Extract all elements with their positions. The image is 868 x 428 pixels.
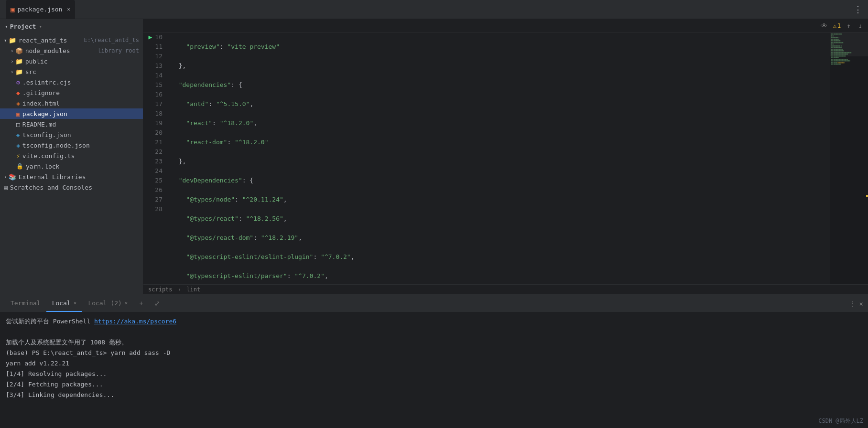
- warning-count: 1: [837, 22, 841, 29]
- line-num-23: 23: [146, 157, 163, 166]
- bottom-panel: Terminal Local × Local (2) × + ⤢ ⋮ × 尝试新…: [0, 294, 868, 428]
- code-line-12: "dependencies": {: [171, 80, 824, 90]
- sidebar-header[interactable]: ▾ Project ▾: [0, 19, 143, 34]
- sidebar: ▾ Project ▾ ▾ 📁 react_antd_ts E:\react_a…: [0, 19, 143, 294]
- code-line-21: "@typescript-eslint/eslint-plugin": "^7.…: [171, 252, 824, 262]
- folder-arrow-icon: ▾: [4, 37, 7, 43]
- breadcrumb: scripts › lint: [143, 284, 868, 294]
- folder-label: react_antd_ts: [19, 37, 82, 44]
- powershell-link[interactable]: https://aka.ms/pscore6: [94, 318, 176, 325]
- nav-up-button[interactable]: ↑: [845, 21, 852, 31]
- tab-label: package.json: [17, 6, 62, 13]
- terminal-command: yarn add sass -D: [110, 349, 170, 356]
- packagejson-label: package.json: [22, 110, 139, 118]
- sidebar-item-node-modules[interactable]: › 📦 node_modules library root: [0, 45, 143, 56]
- indexhtml-label: index.html: [22, 100, 139, 107]
- eye-icon-button[interactable]: 👁: [819, 21, 829, 31]
- sidebar-title: Project: [10, 23, 36, 30]
- editor-area: 👁 ⚠ 1 ↑ ↓ ▶ 10 11 12 13 14 15: [143, 19, 868, 294]
- breadcrumb-scripts[interactable]: scripts: [148, 286, 173, 293]
- indexhtml-icon: ◈: [16, 100, 20, 107]
- local-tab-label: Local: [52, 300, 71, 307]
- sidebar-dropdown-icon[interactable]: ▾: [39, 23, 42, 30]
- tab-close-button[interactable]: ×: [67, 6, 70, 12]
- ext-libs-icon: 📚: [9, 173, 16, 181]
- sidebar-item-readme[interactable]: □ README.md: [0, 119, 143, 129]
- sidebar-item-scratches[interactable]: ▤ Scratches and Consoles: [0, 182, 143, 193]
- editor-tab-package-json[interactable]: ▣ package.json ×: [6, 0, 75, 19]
- tab-terminal[interactable]: Terminal: [5, 295, 46, 312]
- code-line-22: "@typescript-eslint/parser": "^7.0.2",: [171, 271, 824, 281]
- sidebar-item-src[interactable]: › 📁 src: [0, 66, 143, 77]
- local-tab-close[interactable]: ×: [74, 300, 77, 306]
- editor-content: ▶ 10 11 12 13 14 15 16 17 18 19 20 21 22…: [143, 32, 868, 284]
- breadcrumb-lint[interactable]: lint: [186, 286, 200, 293]
- terminal-line-cmd: (base) PS E:\react_antd_ts> yarn add sas…: [6, 348, 862, 358]
- terminal-line-yarn-version: yarn add v1.22.21: [6, 358, 862, 369]
- node-modules-icon: 📦: [15, 47, 23, 54]
- tsconfig-node-label: tsconfig.node.json: [22, 142, 139, 149]
- code-line-19: "@types/react": "^18.2.56",: [171, 214, 824, 224]
- bottom-tabs: Terminal Local × Local (2) × + ⤢ ⋮ ×: [0, 295, 868, 312]
- terminal-line-step2: [2/4] Fetching packages...: [6, 379, 862, 390]
- sidebar-item-vite-config[interactable]: ⚡ vite.config.ts: [0, 150, 143, 161]
- code-editor[interactable]: "preview": "vite preview" }, "dependenci…: [165, 32, 830, 284]
- sidebar-item-external-libraries[interactable]: › 📚 External Libraries: [0, 171, 143, 182]
- terminal-actions: ⋮ ×: [849, 300, 863, 308]
- warning-icon: ⚠: [833, 22, 836, 29]
- sidebar-item-yarnlock[interactable]: 🔒 yarn.lock: [0, 161, 143, 171]
- line-num-25: 25: [146, 176, 163, 185]
- tab-local[interactable]: Local ×: [46, 295, 83, 312]
- yarnlock-icon: 🔒: [16, 163, 23, 170]
- sidebar-item-eslintrc[interactable]: ⚙ .eslintrc.cjs: [0, 77, 143, 87]
- scratches-label: Scratches and Consoles: [10, 184, 139, 191]
- line-num-19: 19: [146, 118, 163, 128]
- code-line-13: "antd": "^5.15.0",: [171, 99, 824, 109]
- terminal-line-step1: [1/4] Resolving packages...: [6, 369, 862, 379]
- packagejson-icon: ▣: [16, 110, 20, 118]
- top-bar-menu-button[interactable]: ⋮: [854, 4, 862, 14]
- folder-sublabel: E:\react_antd_ts: [84, 37, 139, 43]
- sidebar-item-react-antd-ts[interactable]: ▾ 📁 react_antd_ts E:\react_antd_ts: [0, 35, 143, 45]
- expand-terminal-button[interactable]: ⤢: [149, 295, 166, 312]
- tsconfig-node-icon: ◈: [16, 142, 20, 149]
- yarnlock-label: yarn.lock: [26, 163, 139, 170]
- terminal-prompt: (base) PS E:\react_antd_ts>: [6, 349, 110, 356]
- nav-down-button[interactable]: ↓: [857, 21, 864, 31]
- ext-libs-label: External Libraries: [19, 173, 139, 181]
- line-num-18: 18: [146, 109, 163, 118]
- terminal-close-button[interactable]: ×: [859, 300, 863, 308]
- sidebar-item-public[interactable]: › 📁 public: [0, 56, 143, 66]
- terminal-menu-button[interactable]: ⋮: [849, 300, 856, 308]
- watermark-text: CSDN @局外人LZ: [818, 417, 863, 424]
- line-num-22: 22: [146, 147, 163, 157]
- minimap[interactable]: ████ ████████ █████ ██ █ ████████████ █ …: [830, 32, 868, 284]
- sidebar-item-tsconfig[interactable]: ◈ tsconfig.json: [0, 129, 143, 140]
- src-arrow-icon: ›: [11, 69, 14, 75]
- add-terminal-button[interactable]: +: [133, 295, 149, 312]
- tsconfig-icon: ◈: [16, 131, 20, 139]
- node-modules-sublabel: library root: [98, 47, 139, 54]
- readme-icon: □: [16, 121, 20, 128]
- code-line-10: "preview": "vite preview": [171, 42, 824, 52]
- terminal-line-load: 加载个人及系统配置文件用了 1008 毫秒。: [6, 337, 862, 348]
- local2-tab-label: Local (2): [88, 300, 121, 307]
- scratches-icon: ▤: [4, 184, 8, 191]
- sidebar-item-packagejson[interactable]: ▣ package.json: [0, 108, 143, 119]
- code-line-18: "@types/node": "^20.11.24",: [171, 195, 824, 204]
- breadcrumb-sep: ›: [178, 286, 181, 293]
- sidebar-item-tsconfig-node[interactable]: ◈ tsconfig.node.json: [0, 140, 143, 150]
- local2-tab-close[interactable]: ×: [125, 300, 128, 306]
- terminal-content[interactable]: 尝试新的跨平台 PowerShell https://aka.ms/pscore…: [0, 312, 868, 428]
- node-modules-label: node_modules: [25, 47, 96, 54]
- sidebar-item-gitignore[interactable]: ◆ .gitignore: [0, 87, 143, 98]
- line-numbers: ▶ 10 11 12 13 14 15 16 17 18 19 20 21 22…: [143, 32, 165, 284]
- sidebar-item-indexhtml[interactable]: ◈ index.html: [0, 98, 143, 108]
- ext-libs-arrow-icon: ›: [4, 174, 7, 180]
- line-num-26: 26: [146, 185, 163, 195]
- tab-local-2[interactable]: Local (2) ×: [82, 295, 133, 312]
- eslintrc-label: .eslintrc.cjs: [22, 79, 139, 86]
- terminal-line-1: 尝试新的跨平台 PowerShell https://aka.ms/pscore…: [6, 316, 862, 327]
- code-line-16: },: [171, 157, 824, 166]
- warning-badge[interactable]: ⚠ 1: [833, 22, 841, 29]
